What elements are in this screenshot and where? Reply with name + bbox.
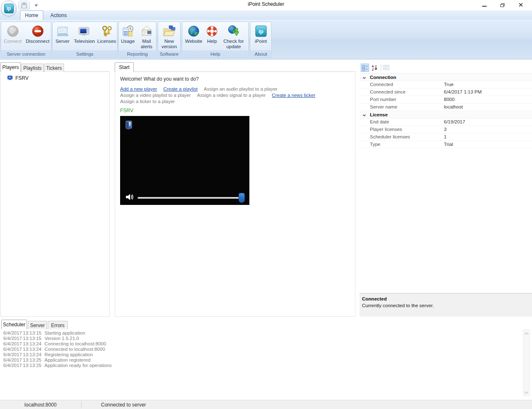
log-list: 6/4/201713:13:15Starting application 6/4… <box>0 329 532 397</box>
server-icon <box>56 25 69 38</box>
minimize-icon <box>482 6 487 7</box>
application-menu-button[interactable]: ip <box>1 0 17 16</box>
server-button[interactable]: Server <box>53 24 72 44</box>
chevron-down-icon <box>362 113 367 118</box>
tab-players[interactable]: Players <box>0 62 21 72</box>
connect-button: Connect <box>2 24 24 44</box>
create-news-ticker-link[interactable]: Create a news ticker <box>272 92 315 99</box>
restore-button[interactable] <box>496 1 509 9</box>
new-version-icon <box>163 25 176 38</box>
group-label-help: Help <box>182 50 248 57</box>
disconnect-button[interactable]: Disconnect <box>25 24 51 44</box>
property-row[interactable]: Server name localhost <box>360 103 532 111</box>
property-row[interactable]: Type Trial <box>360 141 532 148</box>
tab-tickers[interactable]: Tickers <box>44 64 64 72</box>
assign-audio-playlist-action: Assign an audio playlist to a player <box>204 86 277 92</box>
property-row[interactable]: Scheduler licenses 1 <box>360 133 532 141</box>
speaker-icon[interactable] <box>125 192 134 202</box>
tab-scheduler[interactable]: Scheduler <box>1 320 27 329</box>
usage-icon <box>121 25 135 38</box>
title-bar: ip iPoint Scheduler ✕ <box>0 0 532 10</box>
log-entry: 6/4/201713:13:25Application ready for op… <box>3 363 112 368</box>
tab-actions[interactable]: Actions <box>46 10 71 20</box>
welcome-text: Welcome! What do you want to do? <box>120 76 199 82</box>
property-row[interactable]: Connected True <box>360 81 532 89</box>
tree-item-player[interactable]: FSRV <box>7 75 29 81</box>
volume-slider[interactable] <box>138 197 245 199</box>
property-row[interactable]: Connected since 6/4/2017 1:13 PM <box>360 89 532 96</box>
scrollbar-down-button[interactable] <box>523 389 530 396</box>
chevron-down-icon <box>525 390 529 394</box>
television-button[interactable]: Television <box>73 24 96 44</box>
chevron-up-icon <box>525 332 529 336</box>
property-row[interactable]: End date 6/19/2017 <box>360 118 532 126</box>
tab-server-log[interactable]: Server <box>28 321 47 329</box>
property-row[interactable]: Player licenses 3 <box>360 126 532 133</box>
status-address: localhost:8000 <box>0 402 81 408</box>
help-button[interactable]: Help <box>204 24 219 44</box>
property-description-title: Connected <box>362 296 387 301</box>
status-connection-text: Connected to server <box>101 402 146 408</box>
ribbon: Connect Disconnect Server connection <box>0 20 532 59</box>
group-reporting: Usage Mail alerts Reporting <box>118 22 156 58</box>
scrollbar-up-button[interactable] <box>523 330 530 337</box>
player-icon <box>7 76 13 81</box>
licenses-button[interactable]: Licenses <box>96 24 117 44</box>
group-about: ip iPoint About <box>250 22 271 58</box>
usage-button[interactable]: Usage <box>119 24 137 44</box>
tree-item-label: FSRV <box>15 75 29 81</box>
tab-playlists[interactable]: Playlists <box>21 64 44 72</box>
log-entry: 6/4/201713:13:15Starting application <box>3 330 85 336</box>
mail-alerts-icon <box>140 25 153 38</box>
svg-text:ip: ip <box>259 28 264 34</box>
website-button[interactable]: Website <box>184 24 204 44</box>
category-license[interactable]: License <box>360 111 532 118</box>
ipoint-app-icon: ip <box>4 4 14 13</box>
property-pages-icon <box>383 65 389 71</box>
categorized-view-button[interactable] <box>361 64 369 72</box>
property-pages-button <box>382 64 390 72</box>
window-title: iPoint Scheduler <box>0 1 532 7</box>
minimize-button[interactable] <box>478 1 490 9</box>
alphabetical-sort-button[interactable]: A Z <box>370 64 379 72</box>
group-label-settings: Settings <box>53 50 117 57</box>
check-for-update-button[interactable]: Check for update <box>220 24 247 49</box>
property-row[interactable]: Port number 8000 <box>360 96 532 103</box>
quick-actions: Add a new player Create a playlist Assig… <box>120 86 349 105</box>
ipoint-button[interactable]: ip iPoint <box>251 24 271 44</box>
television-icon <box>78 25 91 38</box>
volume-slider-thumb[interactable] <box>239 193 245 203</box>
player-preview-title: FSRV <box>120 108 133 113</box>
player-preview-video <box>120 116 249 205</box>
tab-start[interactable]: Start <box>115 62 134 72</box>
players-tree-panel: FSRV <box>0 71 110 317</box>
property-grid: Connection Connected True Connected sinc… <box>360 73 532 292</box>
licenses-icon <box>100 25 113 38</box>
property-description-box: Connected Currently connected to the ser… <box>360 293 532 317</box>
assign-video-signal-action: Assign a video signal to a player <box>197 92 266 99</box>
restore-icon <box>500 3 505 7</box>
log-entry: 6/4/201713:13:24Registering application <box>3 352 93 357</box>
help-icon <box>205 25 219 38</box>
category-connection[interactable]: Connection <box>360 74 532 81</box>
ipoint-logo-icon: ip <box>254 25 268 38</box>
log-entry: 6/4/201713:13:15Version 1.5.21.0 <box>3 336 79 341</box>
categorized-icon <box>362 65 368 71</box>
group-label-server-connection: Server connection <box>1 50 51 57</box>
group-software: New version Software <box>158 22 180 58</box>
log-scrollbar[interactable] <box>523 330 530 396</box>
group-label-software: Software <box>158 50 180 57</box>
tab-home[interactable]: Home <box>20 10 43 20</box>
close-button[interactable]: ✕ <box>515 1 527 9</box>
group-settings: Server Television <box>52 22 117 58</box>
disconnect-icon <box>31 25 44 38</box>
create-playlist-link[interactable]: Create a playlist <box>163 86 197 92</box>
sort-az-icon: A Z <box>371 64 378 71</box>
group-label-reporting: Reporting <box>119 50 156 57</box>
tab-errors[interactable]: Errors <box>48 321 68 329</box>
website-icon <box>187 25 200 38</box>
new-version-button[interactable]: New version <box>158 24 180 49</box>
add-new-player-link[interactable]: Add a new player <box>120 86 157 92</box>
mail-alerts-button[interactable]: Mail alerts <box>138 24 156 49</box>
log-entry: 6/4/201713:13:24Connected to localhost:8… <box>3 347 105 352</box>
